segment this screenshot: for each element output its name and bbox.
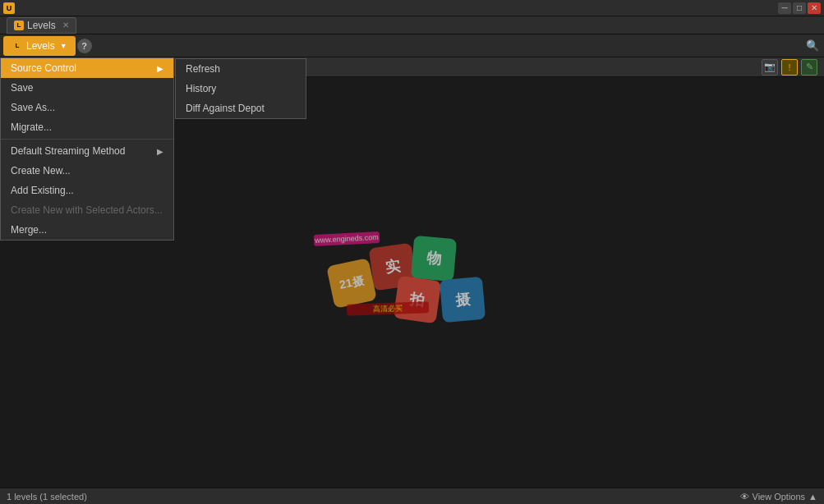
tab-icon: L bbox=[14, 21, 24, 30]
save-as-menu-item[interactable]: Save As... bbox=[1, 98, 173, 117]
menu-bar: L Levels ▼ ? 🔍 bbox=[0, 34, 824, 57]
close-button[interactable]: ✕ bbox=[808, 2, 821, 14]
restore-button[interactable]: □ bbox=[793, 2, 806, 14]
title-bar: U ─ □ ✕ bbox=[0, 0, 824, 16]
tab-label: Levels bbox=[27, 20, 56, 31]
minimize-button[interactable]: ─ bbox=[778, 2, 791, 14]
add-existing-menu-item[interactable]: Add Existing... bbox=[1, 181, 173, 200]
submenu-arrow-icon-2: ▶ bbox=[157, 147, 163, 156]
tab-close-button[interactable]: ✕ bbox=[62, 21, 69, 30]
status-bar: 1 levels (1 selected) 👁 View Options ▲ bbox=[0, 488, 824, 504]
camera-icon-button[interactable]: 📷 bbox=[762, 59, 778, 76]
view-options-button[interactable]: 👁 View Options ▲ bbox=[740, 492, 818, 502]
menu-divider-1 bbox=[1, 139, 173, 140]
submenu-arrow-icon: ▶ bbox=[157, 64, 163, 73]
app-icon: U bbox=[3, 2, 15, 14]
title-bar-left: U bbox=[3, 2, 15, 14]
merge-menu-item[interactable]: Merge... bbox=[1, 220, 173, 240]
search-button[interactable]: 🔍 bbox=[804, 38, 821, 54]
watermark: 实 物 21摄 拍 摄 www.engineds.com 高清必买 bbox=[306, 229, 519, 336]
history-menu-item[interactable]: History bbox=[176, 79, 306, 99]
save-menu-item[interactable]: Save bbox=[1, 78, 173, 98]
status-text: 1 levels (1 selected) bbox=[7, 492, 87, 502]
eye-icon: 👁 bbox=[740, 492, 749, 502]
title-bar-controls[interactable]: ─ □ ✕ bbox=[778, 2, 821, 14]
refresh-menu-item[interactable]: Refresh bbox=[176, 59, 306, 79]
toolbar-right: 🔍 bbox=[804, 38, 821, 54]
default-streaming-menu-item[interactable]: Default Streaming Method ▶ bbox=[1, 141, 173, 161]
warning-icon-button[interactable]: ! bbox=[781, 59, 798, 76]
dropdown-menu: Source Control ▶ Refresh History Diff Ag… bbox=[0, 57, 174, 241]
chevron-up-icon: ▲ bbox=[808, 492, 817, 502]
levels-tab[interactable]: L Levels ✕ bbox=[7, 17, 76, 34]
window-tab-bar: L Levels ✕ bbox=[0, 16, 824, 34]
create-new-menu-item[interactable]: Create New... bbox=[1, 161, 173, 181]
view-options-label: View Options bbox=[753, 492, 806, 502]
chevron-down-icon: ▼ bbox=[60, 42, 67, 50]
diff-against-depot-menu-item[interactable]: Diff Against Depot bbox=[176, 99, 306, 118]
migrate-menu-item[interactable]: Migrate... bbox=[1, 117, 173, 137]
levels-menu-button[interactable]: L Levels ▼ bbox=[3, 36, 76, 56]
create-new-actors-menu-item: Create New with Selected Actors... bbox=[1, 200, 173, 220]
source-control-submenu: Refresh History Diff Against Depot bbox=[175, 58, 306, 119]
help-button[interactable]: ? bbox=[77, 39, 92, 53]
edit-icon-button[interactable]: ✎ bbox=[801, 59, 817, 76]
levels-menu-icon: L bbox=[12, 40, 23, 52]
source-control-menu-item[interactable]: Source Control ▶ Refresh History Diff Ag… bbox=[1, 58, 173, 78]
levels-menu-label: Levels bbox=[26, 40, 55, 52]
